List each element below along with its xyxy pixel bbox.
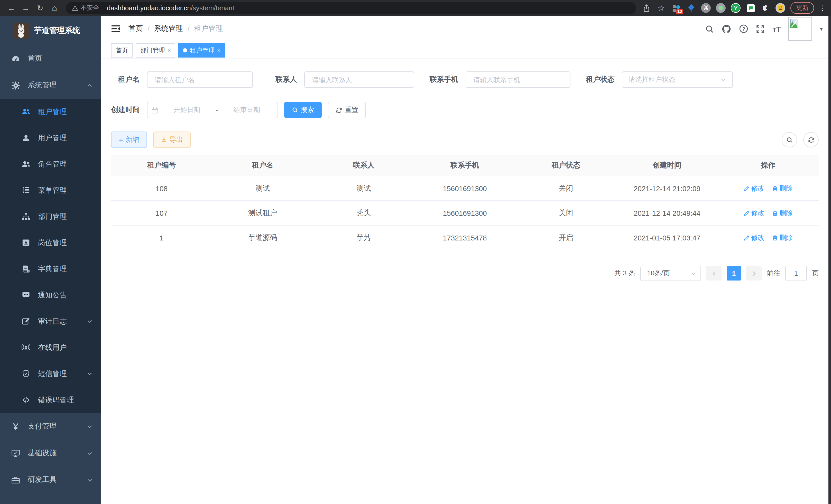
gear-icon [11, 81, 20, 90]
tag-home[interactable]: 首页 [111, 43, 133, 58]
sidebar-item-menu[interactable]: 菜单管理 [0, 177, 101, 203]
address-separator [103, 4, 103, 11]
sidebar-item-error-code[interactable]: 错误码管理 [0, 387, 101, 413]
sidebar-logo[interactable]: 芋道管理系统 [0, 16, 101, 45]
prev-page-button[interactable] [706, 266, 721, 280]
hamburger-collapse-icon[interactable] [111, 25, 120, 33]
edit-link[interactable]: 修改 [743, 233, 765, 242]
close-icon[interactable]: × [168, 47, 171, 53]
sidebar-item-audit-log[interactable]: 审计日志 [0, 308, 101, 334]
sidebar-item-notice[interactable]: 通知公告 [0, 282, 101, 308]
top-navbar: 首页 / 系统管理 / 租户管理 ? [101, 16, 831, 41]
avatar[interactable] [789, 17, 812, 40]
contact-input-wrap [304, 71, 414, 88]
browser-menu-icon[interactable]: ⋮ [819, 4, 826, 12]
kite-extension-icon[interactable] [686, 3, 696, 13]
breadcrumb-home[interactable]: 首页 [128, 24, 143, 33]
browser-forward-button[interactable]: → [20, 2, 32, 14]
phone-input[interactable] [472, 75, 564, 84]
sidebar-item-user[interactable]: 用户管理 [0, 125, 101, 151]
delete-link[interactable]: 删除 [772, 184, 793, 193]
reset-button[interactable]: 重置 [328, 102, 366, 118]
tenant-status-select[interactable]: 请选择租户状态 [622, 71, 733, 88]
chevron-down-icon [87, 424, 92, 429]
command-extension-icon[interactable]: ⌘ [701, 3, 711, 13]
add-button[interactable]: + 新增 [111, 131, 147, 148]
peoples-icon [22, 108, 30, 116]
bookmark-star-icon[interactable]: ☆ [656, 3, 666, 13]
edit-link[interactable]: 修改 [743, 184, 765, 193]
sidebar-item-pay[interactable]: 支付管理 [0, 413, 101, 440]
edit-link[interactable]: 修改 [743, 208, 765, 217]
breadcrumb-current: 租户管理 [194, 24, 223, 33]
fullscreen-icon[interactable] [756, 24, 765, 33]
export-button[interactable]: 导出 [153, 131, 191, 148]
warning-triangle-icon [72, 5, 78, 11]
chat-extension-icon[interactable] [746, 3, 755, 13]
sidebar-item-dict[interactable]: 字典管理 [0, 256, 101, 282]
sidebar-item-dept[interactable]: 部门管理 [0, 203, 101, 230]
sidebar: 芋道管理系统 首页 系统管理 租户管理 用户管理 [0, 16, 101, 504]
sidebar-item-home[interactable]: 首页 [0, 45, 101, 72]
refresh-table-button[interactable] [803, 132, 819, 147]
table-header-row: 租户编号 租户名 联系人 联系手机 租户状态 创建时间 操作 [111, 155, 819, 176]
sidebar-item-system[interactable]: 系统管理 [0, 72, 101, 99]
browser-home-button[interactable]: ⌂ [48, 2, 61, 14]
tenant-name-input[interactable] [154, 75, 246, 84]
sidebar-item-role[interactable]: 角色管理 [0, 151, 101, 177]
share-icon[interactable] [641, 3, 651, 13]
contact-input[interactable] [311, 75, 407, 84]
browser-reload-button[interactable]: ↻ [34, 2, 46, 14]
help-icon[interactable]: ? [739, 24, 748, 33]
tag-tenant[interactable]: 租户管理× [179, 43, 225, 58]
tag-dept[interactable]: 部门管理× [136, 43, 175, 58]
sidebar-item-online-users[interactable]: 在线用户 [0, 334, 101, 361]
sidebar-item-sms[interactable]: 短信管理 [0, 361, 101, 387]
trash-icon [772, 185, 778, 191]
refresh-icon [336, 107, 342, 113]
extension-badge: 10 [676, 9, 683, 14]
browser-back-button[interactable]: ← [5, 2, 18, 14]
tenant-table: 租户编号 租户名 联系人 联系手机 租户状态 创建时间 操作 108 测试 测试 [111, 155, 819, 250]
chevron-up-icon [87, 83, 92, 88]
page-unit-label: 页 [812, 269, 819, 278]
date-range-picker[interactable]: 开始日期 - 结束日期 [147, 102, 278, 118]
status-label: 租户状态 [586, 75, 614, 84]
page-number-1[interactable]: 1 [727, 266, 741, 280]
delete-link[interactable]: 删除 [772, 208, 793, 217]
font-size-icon[interactable]: тT [772, 24, 781, 33]
breadcrumb-section[interactable]: 系统管理 [154, 24, 183, 33]
extension-grid-icon[interactable]: 10 [671, 3, 681, 13]
sidebar-item-dev-tools[interactable]: 研发工具 [0, 467, 101, 493]
refresh-icon [808, 137, 814, 143]
search-button[interactable]: 搜索 [284, 102, 322, 118]
peoples-icon [22, 160, 30, 169]
address-bar[interactable]: 不安全 dashboard.yudao.iocoder.cn/system/te… [66, 2, 636, 14]
security-warning[interactable]: 不安全 [72, 4, 99, 12]
header-search-icon[interactable] [705, 24, 714, 33]
edit-icon [743, 235, 749, 241]
sidebar-item-post[interactable]: 岗位管理 [0, 230, 101, 256]
monitor-icon [11, 449, 20, 457]
browser-update-button[interactable]: 更新 [791, 2, 814, 14]
github-icon[interactable] [721, 24, 731, 34]
puzzle-extension-icon[interactable] [761, 3, 770, 13]
delete-link[interactable]: 删除 [772, 233, 793, 242]
avatar-caret-icon[interactable]: ▾ [820, 25, 823, 32]
sidebar-item-tenant[interactable]: 租户管理 [0, 99, 101, 125]
goto-page-input[interactable] [785, 266, 807, 281]
chevron-right-icon [751, 270, 757, 276]
next-page-button[interactable] [746, 266, 762, 280]
tenant-name-label: 租户名 [111, 75, 140, 84]
tree-table-icon [22, 186, 30, 195]
emoji-extension-icon[interactable] [775, 3, 785, 13]
show-search-button[interactable] [782, 132, 797, 147]
sidebar-item-infra[interactable]: 基础设施 [0, 440, 101, 467]
page-content: 租户名 联系人 联系手机 租户状态 [101, 59, 831, 504]
y-extension-icon[interactable]: Y [731, 3, 741, 13]
recorder-extension-icon[interactable] [716, 3, 726, 13]
url-text: dashboard.yudao.iocoder.cn/system/tenant [107, 4, 234, 12]
close-icon[interactable]: × [217, 47, 221, 53]
page-size-select[interactable]: 10条/页 [640, 266, 701, 281]
trash-icon [772, 235, 778, 241]
